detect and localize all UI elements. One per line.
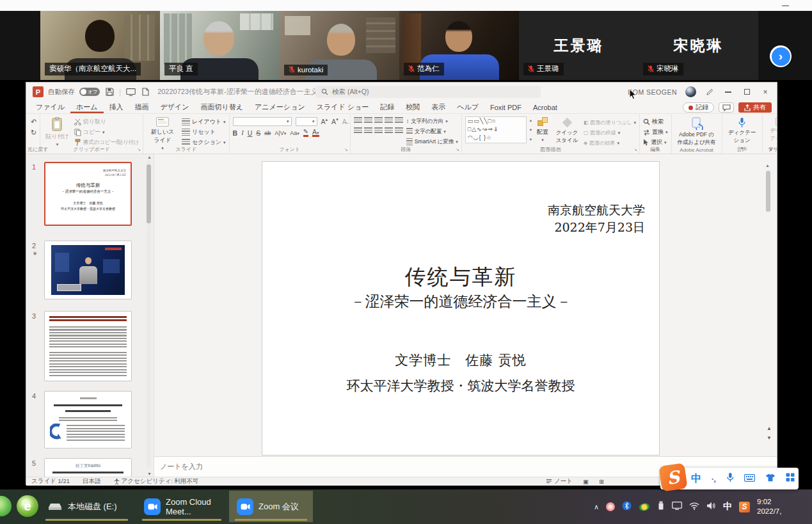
tab-insert[interactable]: 挿入 (104, 101, 129, 113)
bluetooth-icon[interactable] (622, 501, 632, 513)
share-button[interactable]: 共有 (738, 102, 772, 113)
participant-tile-kurotaki[interactable]: kurotaki (280, 11, 399, 80)
adobe-pdf-button[interactable]: Adobe PDF の作成および共有 (675, 116, 719, 147)
avatar[interactable] (685, 86, 696, 97)
font-color-button[interactable]: A▾ (312, 129, 319, 138)
bold-button[interactable]: B (233, 129, 238, 137)
shapes-gallery[interactable]: ▭▭╲╲□○□△∿↝⇒⇓◠◡{ }☆ (465, 116, 527, 143)
ime-keyboard-button[interactable] (744, 473, 755, 484)
replace-button[interactable]: 置換▾ (643, 128, 668, 136)
cut-button[interactable]: 切り取り (74, 118, 139, 126)
find-button[interactable]: 検索 (643, 118, 668, 126)
slide-thumbnail-3[interactable] (44, 311, 132, 381)
sogou-logo-icon[interactable]: S (658, 463, 687, 491)
dialog-launcher-icon[interactable]: ↘ (633, 147, 637, 152)
tab-home[interactable]: ホーム (70, 101, 104, 113)
scroll-up-icon[interactable]: ▲ (765, 163, 770, 168)
gallery-next-page-button[interactable]: › (770, 45, 792, 67)
highlight-color-button[interactable]: ✎ (303, 129, 308, 137)
align-center-icon[interactable] (364, 127, 372, 134)
maximize-button[interactable] (742, 87, 752, 97)
taskbar-clock[interactable]: 9:02 2022/7, (757, 497, 794, 516)
columns-icon[interactable] (395, 127, 403, 134)
ime-voice-button[interactable] (726, 472, 735, 485)
increase-indent-icon[interactable] (385, 117, 393, 124)
tab-animations[interactable]: アニメーション (249, 101, 311, 113)
tab-foxit-pdf[interactable]: Foxit PDF (484, 101, 527, 113)
strikethrough-button[interactable]: S (256, 129, 260, 137)
previous-slide-button[interactable]: ▲ (767, 425, 772, 431)
copy-button[interactable]: コピー ▾ (74, 128, 139, 136)
align-right-icon[interactable] (374, 127, 383, 134)
tab-transitions[interactable]: 画面切り替え (195, 101, 250, 113)
language-indicator[interactable]: 日本語 (83, 477, 101, 486)
slide-thumbnail-4[interactable] (44, 391, 132, 449)
design-ideas-button[interactable]: デザイン アイデア (766, 116, 777, 143)
italic-button[interactable]: I (241, 129, 244, 136)
hidden-icons-chevron[interactable]: ∧ (594, 503, 599, 511)
autosave-toggle[interactable]: オフ (79, 88, 100, 96)
participant-tile-fanWeiren[interactable]: 范為仁 (399, 11, 519, 80)
align-left-icon[interactable] (354, 127, 362, 134)
ime-punctuation-button[interactable]: ·, (712, 474, 715, 484)
underline-button[interactable]: U (248, 129, 253, 137)
slide-sorter-view-icon[interactable]: ⊞ (599, 478, 604, 485)
scroll-down-icon[interactable]: ▼ (147, 472, 152, 476)
search-box[interactable]: 検索 (Alt+Q) (315, 86, 541, 98)
new-document-icon[interactable] (140, 87, 150, 97)
participant-tile-songXiaolin[interactable]: 宋晓琳 宋晓琳 (639, 11, 758, 80)
decrease-indent-icon[interactable] (374, 117, 383, 124)
justify-icon[interactable] (385, 127, 393, 134)
save-icon[interactable] (104, 87, 115, 97)
tab-view[interactable]: 表示 (426, 101, 451, 113)
tab-draw[interactable]: 描画 (129, 101, 155, 113)
line-spacing-icon[interactable] (395, 117, 403, 124)
comments-button[interactable] (719, 102, 734, 113)
normal-view-icon[interactable]: ▣ (583, 478, 589, 485)
dialog-launcher-icon[interactable]: ↘ (456, 147, 459, 152)
decrease-font-size-icon[interactable]: A▾ (331, 117, 338, 125)
editor-scrollbar-thumb[interactable] (766, 171, 770, 212)
slide-thumbnail-5[interactable]: 拉丁文traditio (44, 458, 132, 477)
redo-icon[interactable]: ↻ (31, 129, 36, 136)
text-direction-button[interactable]: ↕文字列の方向▾ (406, 117, 458, 125)
tray-security-icon[interactable] (638, 502, 651, 512)
ime-skin-button[interactable] (765, 473, 776, 484)
ime-chinese-mode-button[interactable]: 中 (691, 472, 701, 486)
tab-acrobat[interactable]: Acrobat (527, 101, 563, 113)
align-text-button[interactable]: 文字の配置▾ (406, 127, 458, 136)
ime-toolbox-button[interactable] (786, 473, 795, 484)
volume-icon[interactable] (706, 501, 716, 512)
display-icon[interactable] (672, 501, 682, 512)
ime-indicator[interactable]: 中 (723, 501, 732, 512)
participant-tile-douShuohua[interactable]: 窦硕华（南京航空航天大... (40, 11, 160, 80)
minimize-button[interactable] (723, 87, 733, 97)
text-shadow-button[interactable]: ab (264, 130, 271, 136)
powerpoint-logo-icon[interactable]: P (33, 86, 44, 97)
tab-record[interactable]: 記録 (374, 101, 400, 113)
tab-design[interactable]: デザイン (155, 101, 195, 113)
shape-outline-button[interactable]: ▢図形の枠線▾ (584, 129, 636, 137)
taskbar-item-zoom-meeting[interactable]: Zoom 会议 (229, 491, 313, 522)
browser-icon[interactable]: e (17, 495, 38, 517)
layout-button[interactable]: レイアウト▾ (182, 118, 226, 126)
document-title[interactable]: 20220723传统与革新-涩泽荣一的道德经济合一主义-… (157, 87, 324, 97)
shapes-gallery-scrollbar[interactable]: ▴▾▾ (530, 116, 532, 143)
change-case-button[interactable]: Aa▾ (290, 130, 299, 136)
numbering-icon[interactable] (364, 117, 372, 124)
scroll-up-icon[interactable]: ▲ (147, 155, 152, 159)
dialog-launcher-icon[interactable]: ↘ (137, 147, 141, 152)
font-name-input[interactable]: ▾ (233, 117, 292, 126)
accessibility-status[interactable]: アクセシビリティ: 利用不可 (114, 477, 199, 486)
sogou-tray-icon[interactable]: S (739, 502, 750, 512)
shape-fill-button[interactable]: ◧図形の塗りつぶし▾ (584, 118, 636, 127)
participant-tile-taira[interactable]: 平良 直 (160, 11, 280, 80)
increase-font-size-icon[interactable]: A▴ (321, 117, 328, 125)
tab-help[interactable]: ヘルプ (451, 101, 484, 113)
quick-styles-button[interactable]: クイック スタイル (553, 116, 580, 145)
tab-review[interactable]: 校閲 (400, 101, 426, 113)
thumbnail-scrollbar-thumb[interactable] (147, 164, 151, 223)
slide-thumbnail-2[interactable] (44, 241, 132, 299)
next-slide-button[interactable]: ▼ (767, 435, 772, 441)
taskbar-item-local-disk[interactable]: 本地磁盘 (E:) (40, 491, 134, 522)
